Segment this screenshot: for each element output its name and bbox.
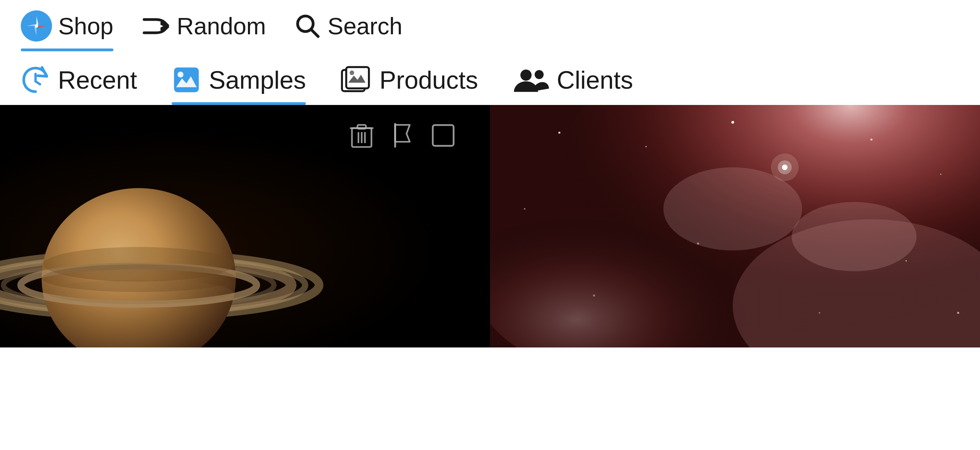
action-icons-overlay (350, 122, 455, 152)
nav-item-search[interactable]: Search (294, 12, 402, 49)
svg-point-48 (905, 260, 907, 261)
nebula-image-cell[interactable] (490, 105, 980, 347)
svg-point-16 (535, 70, 544, 79)
svg-point-52 (663, 167, 802, 250)
svg-point-51 (957, 312, 959, 314)
svg-point-15 (520, 69, 531, 80)
svg-point-50 (819, 312, 820, 314)
svg-point-42 (645, 146, 647, 147)
svg-point-43 (731, 121, 734, 124)
nav-item-shop[interactable]: ✖ Shop (21, 10, 113, 51)
products-icon (340, 65, 372, 95)
top-navigation: ✖ Shop Random (0, 0, 980, 51)
nav-item-clients[interactable]: Clients (512, 66, 633, 105)
nav-item-recent[interactable]: Recent (21, 65, 137, 105)
search-label: Search (328, 13, 402, 40)
samples-icon (172, 65, 201, 95)
svg-rect-10 (174, 68, 199, 92)
nav-item-products[interactable]: Products (340, 65, 478, 105)
saturn-image-cell[interactable] (0, 105, 490, 347)
clients-icon (512, 66, 549, 94)
recent-label: Recent (58, 66, 137, 94)
shop-label: Shop (58, 13, 113, 40)
saturn-image (0, 105, 490, 347)
svg-line-9 (36, 81, 40, 84)
svg-point-46 (524, 208, 525, 209)
compass-icon-wrapper: ✖ (21, 10, 52, 41)
svg-point-53 (792, 202, 916, 271)
svg-rect-28 (358, 125, 366, 129)
delete-button[interactable] (350, 122, 374, 152)
svg-rect-33 (433, 125, 453, 146)
svg-point-44 (870, 139, 872, 141)
svg-point-5 (35, 24, 38, 28)
compass-svg (22, 12, 50, 40)
svg-rect-13 (347, 67, 369, 88)
svg-point-45 (940, 174, 942, 175)
samples-label: Samples (209, 66, 306, 94)
compass-icon: ✖ (21, 10, 52, 41)
svg-point-25 (45, 280, 232, 304)
image-grid (0, 105, 980, 347)
random-icon (141, 13, 170, 39)
expand-button[interactable] (431, 123, 455, 151)
history-icon (21, 65, 50, 95)
second-navigation: Recent Samples Products (0, 51, 980, 105)
nebula-image (490, 105, 980, 347)
nav-item-random[interactable]: Random (141, 13, 266, 49)
flag-button[interactable] (391, 122, 414, 152)
products-label: Products (379, 66, 478, 94)
random-label: Random (177, 13, 266, 40)
svg-line-7 (311, 29, 318, 36)
nav-item-samples[interactable]: Samples (172, 65, 306, 105)
svg-point-11 (178, 72, 183, 78)
svg-point-49 (593, 295, 595, 296)
svg-point-41 (558, 132, 560, 134)
svg-point-14 (350, 71, 354, 75)
clients-label: Clients (557, 66, 633, 94)
search-icon (294, 12, 321, 40)
nebula-stars (490, 105, 980, 347)
